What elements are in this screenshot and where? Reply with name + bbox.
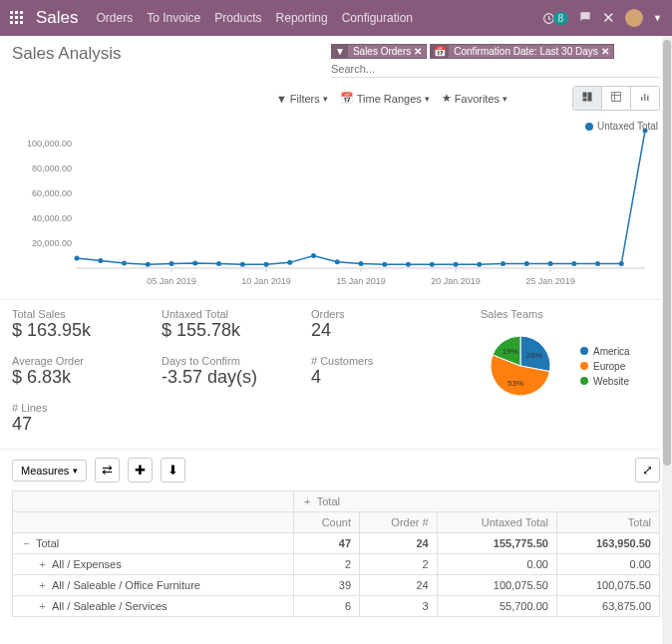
scrollbar[interactable] bbox=[662, 36, 672, 629]
brand-title[interactable]: Sales bbox=[36, 8, 79, 28]
svg-rect-5 bbox=[20, 16, 23, 19]
svg-rect-6 bbox=[10, 21, 13, 24]
svg-rect-8 bbox=[20, 21, 23, 24]
svg-text:20,000.00: 20,000.00 bbox=[32, 238, 72, 248]
svg-text:28%: 28% bbox=[526, 351, 542, 360]
close-icon[interactable]: ✕ bbox=[602, 9, 615, 27]
legend-dot-icon bbox=[585, 123, 593, 131]
table-row: +All / Expenses220.000.00 bbox=[13, 554, 660, 575]
svg-rect-1 bbox=[15, 11, 18, 14]
kpi-total-sales: Total Sales$ 163.95k bbox=[12, 308, 162, 341]
svg-point-34 bbox=[311, 253, 316, 258]
nav-configuration[interactable]: Configuration bbox=[342, 11, 413, 25]
svg-text:05 Jan 2019: 05 Jan 2019 bbox=[147, 276, 196, 286]
nav-products[interactable]: Products bbox=[214, 11, 261, 25]
svg-rect-3 bbox=[10, 16, 13, 19]
download-button[interactable]: ⬇ bbox=[161, 458, 185, 483]
activity-badge: 8 bbox=[553, 12, 569, 25]
filter-icon: ▼ bbox=[332, 45, 348, 58]
svg-point-41 bbox=[477, 262, 482, 267]
time-ranges-dropdown[interactable]: 📅 Time Ranges ▾ bbox=[340, 92, 430, 105]
svg-point-27 bbox=[146, 262, 151, 267]
kpi-average-order: Average Order$ 6.83k bbox=[12, 355, 162, 388]
svg-rect-15 bbox=[641, 97, 643, 101]
facet-confirmation-date[interactable]: 📅 Confirmation Date: Last 30 Days ✕ bbox=[430, 44, 614, 59]
filters-dropdown[interactable]: ▼ Filters ▾ bbox=[276, 92, 328, 105]
pivot-view-button[interactable] bbox=[602, 87, 631, 110]
svg-point-32 bbox=[264, 262, 269, 267]
main-navbar: Sales Orders To Invoice Products Reporti… bbox=[0, 0, 672, 36]
col-count[interactable]: Count bbox=[293, 512, 359, 533]
svg-point-30 bbox=[216, 261, 221, 266]
avatar[interactable] bbox=[625, 9, 643, 27]
nav-orders[interactable]: Orders bbox=[97, 11, 134, 25]
calendar-icon: 📅 bbox=[431, 45, 449, 58]
kpi-untaxed-total: Untaxed Total$ 155.78k bbox=[162, 308, 311, 341]
svg-point-29 bbox=[192, 260, 197, 265]
kpi-lines: # Lines47 bbox=[12, 402, 162, 435]
flip-axis-button[interactable]: ⇄ bbox=[95, 458, 120, 483]
user-caret-icon[interactable]: ▼ bbox=[653, 13, 662, 23]
expand-row-icon[interactable]: + bbox=[37, 579, 48, 591]
svg-rect-4 bbox=[15, 16, 18, 19]
col-order-num[interactable]: Order # bbox=[360, 512, 438, 533]
col-total[interactable]: Total bbox=[556, 512, 659, 533]
nav-to-invoice[interactable]: To Invoice bbox=[147, 11, 200, 25]
pie-legend: America Europe Website bbox=[580, 346, 630, 387]
table-row: +All / Saleable / Office Furniture392410… bbox=[13, 575, 660, 596]
svg-rect-12 bbox=[611, 93, 620, 102]
kpi-customers: # Customers4 bbox=[311, 355, 461, 388]
messaging-icon[interactable] bbox=[578, 10, 592, 27]
fullscreen-button[interactable]: ⤢ bbox=[635, 458, 660, 483]
svg-point-35 bbox=[335, 259, 340, 264]
svg-point-25 bbox=[98, 258, 103, 263]
svg-point-36 bbox=[359, 261, 364, 266]
table-row: +All / Saleable / Services6355,700.0063,… bbox=[13, 596, 660, 617]
svg-text:100,000.00: 100,000.00 bbox=[27, 139, 72, 149]
svg-rect-2 bbox=[20, 11, 23, 14]
svg-text:10 Jan 2019: 10 Jan 2019 bbox=[241, 276, 291, 286]
col-untaxed-total[interactable]: Untaxed Total bbox=[437, 512, 556, 533]
expand-all-button[interactable]: ✚ bbox=[128, 458, 153, 483]
facet-sales-orders[interactable]: ▼ Sales Orders ✕ bbox=[331, 44, 427, 59]
line-chart-section: Untaxed Total 20,000.0040,000.0060,000.0… bbox=[0, 119, 672, 300]
facet-remove-icon[interactable]: ✕ bbox=[601, 46, 609, 57]
svg-point-43 bbox=[524, 261, 529, 266]
expand-row-icon[interactable]: + bbox=[37, 600, 48, 612]
apps-icon[interactable] bbox=[10, 11, 24, 25]
svg-text:40,000.00: 40,000.00 bbox=[32, 213, 72, 223]
expand-row-icon[interactable]: − bbox=[21, 537, 32, 549]
expand-col-icon[interactable]: + bbox=[302, 495, 313, 507]
measures-button[interactable]: Measures ▾ bbox=[12, 460, 87, 482]
svg-point-31 bbox=[240, 262, 245, 267]
svg-text:15 Jan 2019: 15 Jan 2019 bbox=[336, 276, 386, 286]
svg-point-28 bbox=[169, 261, 174, 266]
dashboard-view-button[interactable] bbox=[573, 87, 602, 110]
search-area: ▼ Sales Orders ✕ 📅 Confirmation Date: La… bbox=[331, 44, 660, 78]
svg-text:60,000.00: 60,000.00 bbox=[32, 188, 72, 198]
search-input[interactable] bbox=[331, 61, 660, 78]
svg-point-44 bbox=[548, 261, 553, 266]
expand-row-icon[interactable]: + bbox=[37, 558, 48, 570]
favorites-dropdown[interactable]: ★ Favorites ▾ bbox=[442, 92, 507, 105]
svg-point-38 bbox=[406, 262, 411, 267]
svg-point-39 bbox=[430, 262, 435, 267]
graph-view-button[interactable] bbox=[631, 87, 659, 110]
untaxed-total-line-chart[interactable]: 20,000.0040,000.0060,000.0080,000.00100,… bbox=[12, 119, 660, 288]
svg-point-42 bbox=[501, 261, 505, 266]
kpi-section: Total Sales$ 163.95k Average Order$ 6.83… bbox=[0, 300, 672, 450]
nav-menu: Orders To Invoice Products Reporting Con… bbox=[97, 11, 414, 25]
svg-text:80,000.00: 80,000.00 bbox=[32, 163, 72, 173]
svg-text:19%: 19% bbox=[503, 347, 518, 356]
svg-point-45 bbox=[571, 261, 576, 266]
svg-point-37 bbox=[382, 262, 387, 267]
facet-remove-icon[interactable]: ✕ bbox=[414, 46, 422, 57]
kpi-days-to-confirm: Days to Confirm-3.57 day(s) bbox=[162, 355, 311, 388]
sales-teams-pie-chart[interactable]: 28%53%19% bbox=[481, 326, 560, 406]
svg-rect-16 bbox=[644, 94, 646, 101]
view-switcher bbox=[572, 86, 660, 111]
svg-point-26 bbox=[122, 260, 127, 265]
svg-text:20 Jan 2019: 20 Jan 2019 bbox=[431, 276, 481, 286]
activity-icon[interactable]: 8 bbox=[542, 12, 569, 25]
nav-reporting[interactable]: Reporting bbox=[276, 11, 328, 25]
